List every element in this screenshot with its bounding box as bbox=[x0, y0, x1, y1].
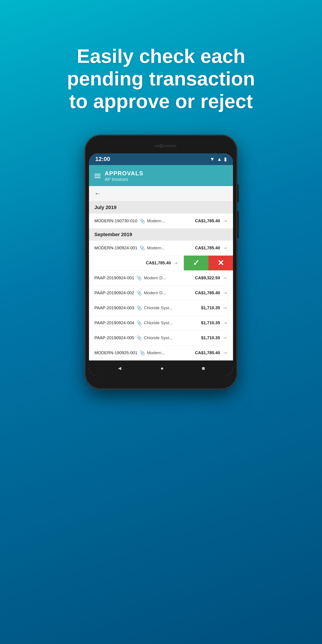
invoice-id: MODERN-190925-001 bbox=[94, 350, 137, 355]
phone-mockup: 12:00 ▼ ▲ ▮ APPROVALS AP Invoices bbox=[85, 135, 237, 389]
invoice-vendor: Modern D... bbox=[144, 290, 193, 296]
attachment-icon: 📎 bbox=[136, 305, 142, 310]
nav-home-button[interactable]: ● bbox=[160, 365, 164, 372]
invoice-id: PAAP-20190924-003 bbox=[94, 306, 134, 310]
app-header: APPROVALS AP Invoices bbox=[89, 165, 233, 186]
headline-text: Easily check each pending transaction to… bbox=[40, 45, 282, 113]
back-arrow-icon[interactable]: ← bbox=[94, 190, 100, 197]
phone-bottom-bar bbox=[89, 376, 233, 383]
detail-arrow-icon[interactable]: → bbox=[174, 260, 178, 266]
detail-arrow-icon[interactable]: → bbox=[223, 305, 228, 311]
invoice-vendor: Modern... bbox=[147, 350, 193, 355]
reject-icon: ✕ bbox=[217, 258, 224, 268]
section-july-2019: July 2019 bbox=[89, 202, 233, 214]
signal-icon: ▲ bbox=[217, 156, 222, 162]
invoice-vendor: Chloride Syst... bbox=[144, 306, 199, 310]
power-button bbox=[237, 211, 239, 238]
invoice-id: MODERN-190730-010 bbox=[94, 218, 137, 224]
approve-button[interactable]: ✓ bbox=[184, 256, 208, 270]
attachment-icon: 📎 bbox=[136, 335, 142, 340]
wifi-icon: ▼ bbox=[210, 156, 215, 162]
invoice-row[interactable]: MODERN-190924-001 📎 Modern... CA$1,785.4… bbox=[89, 240, 233, 256]
menu-icon[interactable] bbox=[94, 174, 100, 178]
invoice-amount: $1,710.35 bbox=[201, 306, 220, 310]
invoice-id: PAAP-20190924-005 bbox=[94, 336, 134, 340]
invoice-row-swiped-container: 0 📎 Modern... CA$1,785.40 → ✓ ✕ bbox=[89, 256, 233, 270]
invoice-id: PAAP-20190924-002 bbox=[94, 290, 134, 296]
reject-button[interactable]: ✕ bbox=[208, 256, 233, 270]
detail-arrow-icon[interactable]: → bbox=[223, 218, 228, 224]
section-september-2019: September 2019 bbox=[89, 228, 233, 240]
invoice-amount: $1,710.35 bbox=[201, 320, 220, 325]
detail-arrow-icon[interactable]: → bbox=[223, 335, 228, 341]
detail-arrow-icon[interactable]: → bbox=[223, 350, 228, 356]
invoice-amount: CA$1,785.40 bbox=[146, 260, 171, 266]
invoice-vendor: Modern D... bbox=[144, 276, 193, 280]
detail-arrow-icon[interactable]: → bbox=[223, 320, 228, 326]
app-title: APPROVALS bbox=[105, 170, 143, 177]
status-icons: ▼ ▲ ▮ bbox=[210, 156, 227, 162]
invoice-vendor: Modern... bbox=[147, 218, 193, 224]
invoice-amount: CA$9,322.50 bbox=[195, 276, 220, 280]
invoice-vendor: Chloride Syst... bbox=[144, 336, 199, 340]
phone-screen: 12:00 ▼ ▲ ▮ APPROVALS AP Invoices bbox=[89, 154, 233, 376]
section-title-september: September 2019 bbox=[94, 232, 132, 237]
app-subtitle: AP Invoices bbox=[105, 177, 143, 182]
invoice-amount: CA$1,785.40 bbox=[195, 290, 220, 296]
approve-icon: ✓ bbox=[193, 258, 200, 268]
invoice-amount: $1,710.35 bbox=[201, 336, 220, 340]
volume-button bbox=[237, 184, 239, 202]
headline: Easily check each pending transaction to… bbox=[14, 22, 309, 113]
swipe-actions: ✓ ✕ bbox=[184, 256, 233, 270]
back-nav-row[interactable]: ← bbox=[89, 186, 233, 202]
invoice-amount: CA$1,785.40 bbox=[195, 246, 220, 250]
invoice-row[interactable]: MODERN-190730-010 📎 Modern... CA$1,785.4… bbox=[89, 214, 233, 228]
invoice-id: MODERN-190924-001 bbox=[94, 246, 137, 250]
invoice-row[interactable]: PAAP-20190924-002 📎 Modern D... CA$1,785… bbox=[89, 286, 233, 300]
invoice-row[interactable]: PAAP-20190924-004 📎 Chloride Syst... $1,… bbox=[89, 316, 233, 330]
invoice-row-swiped[interactable]: 0 📎 Modern... CA$1,785.40 → bbox=[89, 256, 184, 270]
detail-arrow-icon[interactable]: → bbox=[223, 290, 228, 296]
invoice-id: PAAP-20190924-004 bbox=[94, 320, 134, 325]
attachment-icon: 📎 bbox=[140, 218, 145, 224]
detail-arrow-icon[interactable]: → bbox=[223, 245, 228, 251]
attachment-icon: 📎 bbox=[136, 290, 142, 296]
nav-back-button[interactable]: ◄ bbox=[117, 365, 122, 372]
invoice-vendor: Modern... bbox=[147, 246, 193, 250]
speaker bbox=[154, 145, 177, 147]
invoice-vendor: Chloride Syst... bbox=[144, 320, 199, 325]
attachment-icon: 📎 bbox=[140, 245, 145, 251]
android-nav-bar: ◄ ● ■ bbox=[89, 360, 233, 376]
invoice-id: PAAP-20190924-001 bbox=[94, 276, 134, 280]
invoice-row[interactable]: MODERN-190925-001 📎 Modern... CA$1,785.4… bbox=[89, 346, 233, 360]
phone-top-bar bbox=[89, 141, 233, 152]
invoice-amount: CA$1,785.40 bbox=[195, 218, 220, 224]
invoice-vendor: Modern... bbox=[89, 260, 144, 266]
invoice-row[interactable]: PAAP-20190924-003 📎 Chloride Syst... $1,… bbox=[89, 300, 233, 316]
invoice-row[interactable]: PAAP-20190924-005 📎 Chloride Syst... $1,… bbox=[89, 330, 233, 346]
nav-recents-button[interactable]: ■ bbox=[202, 365, 205, 372]
attachment-icon: 📎 bbox=[140, 350, 145, 356]
section-title-july: July 2019 bbox=[94, 204, 116, 210]
header-text: APPROVALS AP Invoices bbox=[105, 170, 143, 182]
invoice-row[interactable]: PAAP-20190924-001 📎 Modern D... CA$9,322… bbox=[89, 270, 233, 286]
detail-arrow-icon[interactable]: → bbox=[223, 275, 228, 281]
attachment-icon: 📎 bbox=[136, 275, 142, 281]
status-bar: 12:00 ▼ ▲ ▮ bbox=[89, 154, 233, 165]
phone-shell: 12:00 ▼ ▲ ▮ APPROVALS AP Invoices bbox=[85, 135, 237, 389]
invoice-amount: CA$1,785.40 bbox=[195, 350, 220, 355]
battery-icon: ▮ bbox=[224, 156, 227, 162]
attachment-icon: 📎 bbox=[136, 320, 142, 326]
status-time: 12:00 bbox=[95, 156, 110, 162]
